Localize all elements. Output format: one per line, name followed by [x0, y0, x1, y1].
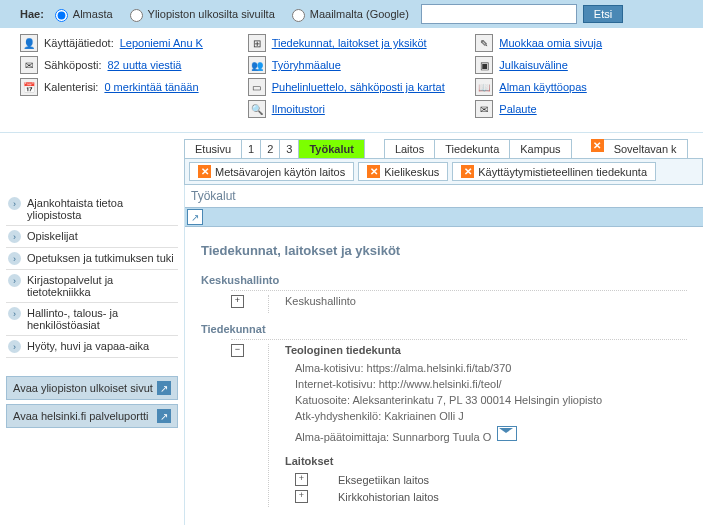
chevron-right-icon: › — [8, 307, 21, 320]
detail-editor: Alma-päätoimittaja: Sunnarborg Tuula O — [295, 426, 687, 443]
chevron-right-icon: › — [8, 197, 21, 210]
org-icon: ⊞ — [248, 34, 266, 52]
section-keskushallinto: Keskushallinto — [201, 274, 687, 286]
close-icon[interactable]: ✕ — [198, 165, 211, 178]
sidebar-item-hyoty[interactable]: ›Hyöty, huvi ja vapaa-aika — [6, 336, 178, 358]
subtab-kayttaytymis[interactable]: ✕Käyttäytymistieteellinen tiedekunta — [452, 162, 656, 181]
subtab-metsavarojen[interactable]: ✕Metsävarojen käytön laitos — [189, 162, 354, 181]
search-button[interactable]: Etsi — [583, 5, 623, 23]
link-feedback[interactable]: Palaute — [499, 103, 536, 115]
radio-almasta[interactable]: Almasta — [50, 6, 113, 22]
content-heading: Tiedekunnat, laitokset ja yksiköt — [201, 243, 687, 258]
sidebar-item-opiskelijat[interactable]: ›Opiskelijat — [6, 226, 178, 248]
radio-google[interactable]: Maailmalta (Google) — [287, 6, 409, 22]
main-panel: Työkalut ↗ Tiedekunnat, laitokset ja yks… — [184, 185, 703, 525]
user-icon: 👤 — [20, 34, 38, 52]
tree-item-keskushallinto[interactable]: Keskushallinto — [285, 295, 687, 307]
user-link[interactable]: Leponiemi Anu K — [120, 37, 203, 49]
publish-icon: ▣ — [475, 56, 493, 74]
subtab-kielikeskus[interactable]: ✕Kielikeskus — [358, 162, 448, 181]
detail-address: Katuosoite: Aleksanterinkatu 7, PL 33 00… — [295, 394, 687, 406]
main-tabs: Etusivu 1 2 3 Työkalut Laitos Tiedekunta… — [184, 139, 703, 158]
external-link-icon: ↗ — [157, 409, 171, 423]
chevron-right-icon: › — [8, 230, 21, 243]
link-guide[interactable]: Alman käyttöopas — [499, 81, 586, 93]
tree-expand-icon[interactable]: + — [295, 473, 308, 486]
tree-collapse-icon[interactable]: − — [231, 344, 244, 357]
guide-icon: 📖 — [475, 78, 493, 96]
link-faculties[interactable]: Tiedekunnat, laitokset ja yksiköt — [272, 37, 427, 49]
tab-2[interactable]: 2 — [260, 139, 280, 158]
tree-expand-icon[interactable]: + — [231, 295, 244, 308]
tab-kampus[interactable]: Kampus — [509, 139, 571, 158]
search-label: Hae: — [20, 8, 44, 20]
chevron-right-icon: › — [8, 274, 21, 287]
tab-tiedekunta[interactable]: Tiedekunta — [434, 139, 510, 158]
tab-soveltavan[interactable]: Soveltavan k — [604, 139, 688, 158]
edit-icon: ✎ — [475, 34, 493, 52]
link-workgroup[interactable]: Työryhmäalue — [272, 59, 341, 71]
tab-laitos[interactable]: Laitos — [384, 139, 435, 158]
sub-laitokset: Laitokset — [285, 455, 687, 467]
ext-link-ulkoiset[interactable]: Avaa yliopiston ulkoiset sivut↗ — [6, 376, 178, 400]
close-icon[interactable]: ✕ — [461, 165, 474, 178]
detail-web-url: Internet-kotisivu: http://www.helsinki.f… — [295, 378, 687, 390]
faculty-teologinen[interactable]: Teologinen tiedekunta — [285, 344, 687, 356]
sidebar-item-opetuksen[interactable]: ›Opetuksen ja tutkimuksen tuki — [6, 248, 178, 270]
radio-ulkoiset[interactable]: Yliopiston ulkosilta sivuilta — [125, 6, 275, 22]
link-publish[interactable]: Julkaisuväline — [499, 59, 567, 71]
detail-atk: Atk-yhdyshenkilö: Kakriainen Olli J — [295, 410, 687, 422]
sidebar-item-ajankohtaista[interactable]: ›Ajankohtaista tietoa yliopistosta — [6, 193, 178, 226]
search-input[interactable] — [421, 4, 577, 24]
panel-toolbar: ↗ — [185, 207, 703, 227]
section-tiedekunnat: Tiedekunnat — [201, 323, 687, 335]
search-bar: Hae: Almasta Yliopiston ulkosilta sivuil… — [0, 0, 703, 28]
panel-title: Työkalut — [185, 185, 703, 207]
expand-icon[interactable]: ↗ — [187, 209, 203, 225]
sidebar: ›Ajankohtaista tietoa yliopistosta ›Opis… — [0, 185, 184, 440]
tab-3[interactable]: 3 — [279, 139, 299, 158]
ext-link-helsinki[interactable]: Avaa helsinki.fi palveluportti↗ — [6, 404, 178, 428]
board-icon: 🔍 — [248, 100, 266, 118]
close-extra-tab-icon[interactable]: ✕ — [591, 139, 604, 152]
mail-icon: ✉ — [20, 56, 38, 74]
info-row: 👤Käyttäjätiedot: Leponiemi Anu K ✉Sähköp… — [0, 28, 703, 133]
group-icon: 👥 — [248, 56, 266, 74]
mail-link[interactable]: 82 uutta viestiä — [107, 59, 181, 71]
mail-icon[interactable] — [497, 426, 517, 441]
tab-1[interactable]: 1 — [241, 139, 261, 158]
tree-expand-icon[interactable]: + — [295, 490, 308, 503]
link-board[interactable]: Ilmoitustori — [272, 103, 325, 115]
link-phonebook[interactable]: Puhelinluettelo, sähköposti ja kartat — [272, 81, 445, 93]
chevron-right-icon: › — [8, 252, 21, 265]
dept-eksegetiikan[interactable]: +Eksegetiikan laitos — [295, 473, 687, 486]
detail-alma-url: Alma-kotisivu: https://alma.helsinki.fi/… — [295, 362, 687, 374]
tab-tyokalut[interactable]: Työkalut — [298, 139, 364, 158]
calendar-icon: 📅 — [20, 78, 38, 96]
phonebook-icon: ▭ — [248, 78, 266, 96]
external-link-icon: ↗ — [157, 381, 171, 395]
sidebar-item-kirjastopalvelut[interactable]: ›Kirjastopalvelut ja tietotekniikka — [6, 270, 178, 303]
sub-tabs: ✕Metsävarojen käytön laitos ✕Kielikeskus… — [184, 158, 703, 185]
sidebar-item-hallinto[interactable]: ›Hallinto-, talous- ja henkilöstöasiat — [6, 303, 178, 336]
dept-kirkkohistorian[interactable]: +Kirkkohistorian laitos — [295, 490, 687, 503]
cal-link[interactable]: 0 merkintää tänään — [104, 81, 198, 93]
link-editpages[interactable]: Muokkaa omia sivuja — [499, 37, 602, 49]
feedback-icon: ✉ — [475, 100, 493, 118]
close-icon[interactable]: ✕ — [367, 165, 380, 178]
chevron-right-icon: › — [8, 340, 21, 353]
tab-etusivu[interactable]: Etusivu — [184, 139, 242, 158]
